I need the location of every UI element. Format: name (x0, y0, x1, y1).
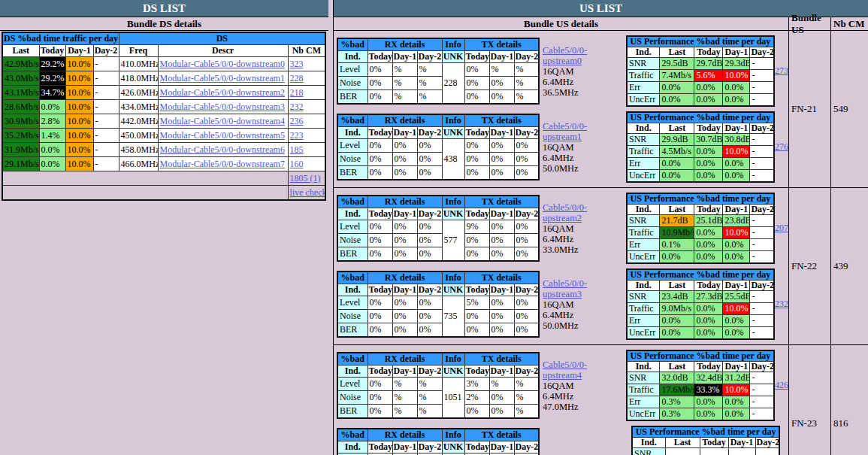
ds-modem-count-link[interactable]: 223 (290, 130, 304, 141)
us-modem-count-link[interactable]: 207 (775, 223, 788, 234)
ds-frequency: 458.0MHz (119, 143, 158, 157)
tx-ber-today: 0% (464, 90, 489, 105)
ds-today-pct: 34.7% (39, 86, 65, 100)
col-header-tx-today: Today (464, 208, 489, 220)
err-row: Err 0.0% 0.0% 0.0% - (627, 158, 774, 170)
col-header-rx-today: Today (367, 284, 392, 296)
downstream-link[interactable]: Modular-Cable5/0/0-downstream6 (160, 144, 285, 155)
ber-label: BER (337, 166, 367, 180)
us-performance-table: US Performance %bad time per day Ind. La… (626, 193, 775, 264)
upstream-link[interactable]: Cable5/0/0-upstream2 (543, 202, 587, 223)
upstream-link[interactable]: Cable5/0/0-upstream3 (543, 278, 587, 299)
err-day1: 0.0% (723, 158, 750, 170)
tx-ber-day1: 0% (489, 166, 514, 180)
tx-ber-day2: 0% (514, 323, 539, 338)
col-header-ind: Ind. (627, 362, 660, 372)
noise-label: Noise (337, 153, 367, 166)
pct-bad-header: %bad (337, 271, 367, 284)
unknown-modems-count: 1051 (442, 378, 464, 419)
ds-modem-count-link[interactable]: 185 (290, 144, 304, 155)
us-bundle-group: %bad RX details Info TX details Ind. Tod… (334, 31, 868, 188)
upstream-link[interactable]: Cable5/0/0-upstream0 (543, 45, 587, 66)
ds-day1-pct: 10.0% (65, 157, 93, 171)
upstream-link[interactable]: Cable5/0/0-upstream4 (543, 359, 587, 381)
tx-level-today: 0% (464, 139, 489, 153)
snr-today: 27.3dB (694, 291, 723, 303)
err-last: 0.0% (660, 158, 694, 170)
err-day1: 0.0% (723, 396, 750, 408)
err-day2: - (750, 158, 774, 170)
col-header-tx-day1: Day-1 (489, 366, 514, 378)
col-header-unk: UNK (442, 127, 464, 139)
rx-level-day1: % (392, 378, 417, 391)
rx-level-today: 0% (367, 296, 392, 310)
err-today: 0.0% (694, 82, 723, 94)
cmts-monitoring-page: DS LIST Bundle DS details DS %bad time t… (0, 0, 868, 455)
upstream-link[interactable]: Cable5/0/0-upstream1 (543, 121, 587, 142)
ds-day2-pct: - (93, 157, 119, 171)
signal-group-header-row: %bad RX details Info TX details (337, 114, 539, 127)
tx-level-day1: % (489, 378, 514, 391)
ds-modem-count-link[interactable]: 323 (290, 59, 304, 69)
bundle-modem-count: 549 (830, 31, 868, 187)
ds-modem-count-link[interactable]: 160 (290, 159, 304, 169)
tx-noise-today: 0% (464, 234, 489, 247)
ds-modem-count-link[interactable]: 228 (290, 73, 304, 83)
snr-day1 (728, 448, 755, 455)
ds-total-link[interactable]: 1805 (1) (290, 173, 321, 184)
uncerr-day1: 0.0% (723, 327, 750, 340)
downstream-link[interactable]: Modular-Cable5/0/0-downstream1 (160, 73, 285, 83)
downstream-link[interactable]: Modular-Cable5/0/0-downstream7 (160, 159, 285, 169)
us-modem-count-link[interactable]: 232 (775, 299, 788, 310)
rx-ber-today: 0% (367, 247, 392, 262)
pct-bad-header: %bad (337, 429, 367, 441)
ds-day1-pct: 10.0% (65, 114, 93, 129)
level-row: Level 0% 0% 0% 438 0% 0% 0% (337, 139, 539, 153)
upstream-info: Cable5/0/0-upstream3 16QAM 6.4MHz 50.0MH… (540, 278, 626, 331)
us-modem-count-link[interactable]: 273 (775, 65, 788, 77)
us-modem-count-link[interactable]: 276 (775, 141, 788, 153)
ds-modem-count-link[interactable]: 236 (290, 116, 304, 126)
bundle-us-column-header: Bundle US (788, 17, 830, 30)
ds-modem-count-link[interactable]: 232 (290, 102, 304, 112)
snr-row: SNR 32.0dB 32.4dB 31.2dB - (627, 372, 774, 384)
col-header-ind: Ind. (337, 127, 367, 139)
col-header-today: Today (694, 205, 723, 215)
col-header-today: Today (694, 47, 723, 58)
traffic-today: 0.0% (694, 146, 723, 158)
downstream-link[interactable]: Modular-Cable5/0/0-downstream2 (160, 87, 285, 98)
rx-level-today: 0% (367, 63, 392, 77)
downstream-link[interactable]: Modular-Cable5/0/0-downstream4 (160, 116, 285, 126)
ds-last-traffic: 28.6Mb/s (2, 100, 39, 114)
perf-column-header-row: Ind. Last Today Day-1 Day-2 (627, 123, 774, 134)
ds-last-traffic: 35.2Mb/s (2, 129, 39, 143)
col-header-day2: Day-2 (750, 281, 774, 291)
downstream-link[interactable]: Modular-Cable5/0/0-downstream3 (160, 102, 285, 112)
col-header-tx-today: Today (464, 366, 489, 378)
downstream-link[interactable]: Modular-Cable5/0/0-downstream5 (160, 130, 285, 141)
col-header-day1: Day-1 (65, 45, 93, 57)
ds-live-check-row: live check (2, 186, 325, 201)
tx-noise-day2: 0% (514, 153, 539, 166)
rx-noise-day2: 0% (417, 310, 442, 323)
noise-row: Noise 0% 0% 0% 0% 0% 0% (337, 153, 539, 166)
ds-live-check-link[interactable]: live check (290, 187, 326, 198)
level-row: Level 0% 0% 0% 577 9% 0% 0% (337, 220, 539, 234)
tx-noise-day2: % (514, 77, 539, 90)
tx-ber-day2: % (514, 90, 539, 105)
downstream-link[interactable]: Modular-Cable5/0/0-downstream0 (160, 59, 285, 69)
snr-label: SNR (627, 291, 660, 303)
ds-day1-pct: 10.0% (65, 129, 93, 143)
rx-level-day2: % (417, 378, 442, 391)
upstream-modulation: 16QAM (543, 66, 626, 77)
level-label: Level (337, 63, 367, 77)
signal-column-header-row: Ind. Today Day-1 Day-2 UNK Today Day-1 D… (337, 127, 539, 139)
col-header-ind: Ind. (627, 281, 660, 291)
tx-details-header: TX details (464, 38, 539, 51)
col-header-day1: Day-1 (728, 438, 755, 448)
ds-modem-count-link[interactable]: 218 (290, 87, 304, 98)
err-row: Err 0.1% 0.0% 0.0% - (627, 239, 774, 251)
tx-noise-today: 0% (464, 153, 489, 166)
us-modem-count-link[interactable]: 426 (775, 380, 788, 391)
ds-day1-pct: 10.0% (65, 100, 93, 114)
